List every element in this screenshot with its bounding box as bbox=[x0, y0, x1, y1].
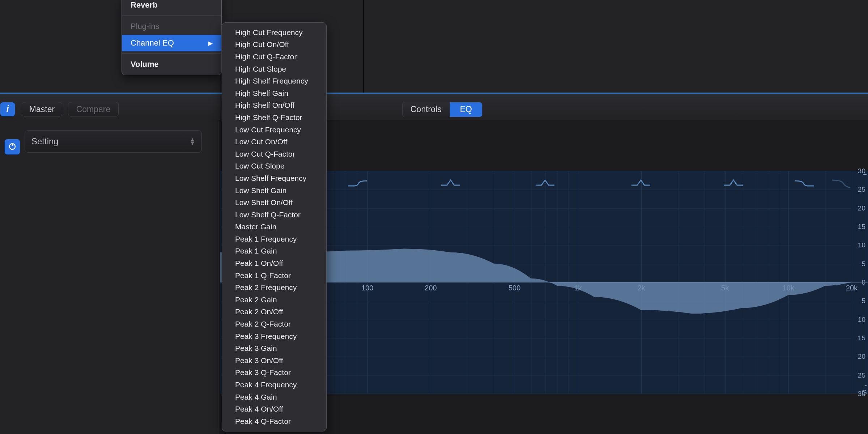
peak-band-icon[interactable] bbox=[723, 178, 744, 190]
submenu-item[interactable]: Peak 2 Gain bbox=[222, 294, 326, 306]
tab-eq[interactable]: EQ bbox=[450, 102, 482, 117]
db-tick-label: 15 bbox=[858, 223, 865, 231]
db-tick-label: 10 bbox=[858, 316, 865, 324]
gridline-vertical-minor bbox=[358, 171, 358, 393]
submenu-item[interactable]: Peak 1 Q-Factor bbox=[222, 269, 326, 282]
submenu-item[interactable]: High Shelf Frequency bbox=[222, 75, 326, 87]
gridline-vertical-minor bbox=[568, 171, 569, 393]
power-icon bbox=[8, 142, 17, 152]
submenu-item[interactable]: Peak 4 Q-Factor bbox=[222, 415, 326, 427]
compare-button[interactable]: Compare bbox=[68, 102, 119, 116]
inspector-panel bbox=[0, 120, 219, 434]
peak-band-icon[interactable] bbox=[440, 178, 461, 190]
db-scale-mark: + bbox=[863, 171, 867, 179]
stepper-arrows-icon: ▲▼ bbox=[190, 138, 195, 145]
db-tick-label: 20 bbox=[858, 353, 865, 361]
submenu-item[interactable]: Peak 4 On/Off bbox=[222, 403, 326, 415]
gridline-vertical bbox=[431, 171, 431, 393]
preset-select[interactable]: Setting ▲▼ bbox=[25, 130, 202, 153]
menu-item-label: Channel EQ bbox=[131, 38, 174, 48]
submenu-item[interactable]: High Cut Frequency bbox=[222, 26, 326, 39]
automation-menu[interactable]: ReverbPlug-insChannel EQ▶Volume bbox=[122, 0, 222, 75]
freq-tick-label: 20k bbox=[846, 284, 858, 292]
highcut-band-icon[interactable] bbox=[831, 178, 852, 190]
gridline-vertical bbox=[852, 171, 852, 393]
db-tick-label: 25 bbox=[858, 186, 865, 193]
db-tick-label: 20 bbox=[858, 204, 865, 212]
submenu-item[interactable]: Low Cut Q-Factor bbox=[222, 148, 326, 160]
submenu-item[interactable]: Peak 3 On/Off bbox=[222, 354, 326, 367]
submenu-item[interactable]: Low Shelf Frequency bbox=[222, 172, 326, 184]
menu-item[interactable]: Channel EQ▶ bbox=[122, 35, 221, 51]
menu-item: Plug-ins bbox=[122, 18, 221, 35]
freq-tick-label: 200 bbox=[425, 284, 437, 292]
gridline-vertical-minor bbox=[494, 171, 494, 393]
panel-divider bbox=[363, 0, 364, 93]
gridline-vertical-minor bbox=[825, 171, 826, 393]
submenu-item[interactable]: High Shelf On/Off bbox=[222, 99, 326, 112]
db-tick-label: 15 bbox=[858, 334, 865, 342]
submenu-item[interactable]: Low Shelf On/Off bbox=[222, 196, 326, 209]
gridline-vertical-minor bbox=[531, 171, 532, 393]
gridline-vertical-minor bbox=[756, 171, 756, 393]
submenu-item[interactable]: Peak 2 On/Off bbox=[222, 306, 326, 318]
master-button[interactable]: Master bbox=[22, 102, 62, 116]
submenu-item[interactable]: High Cut Q-Factor bbox=[222, 51, 326, 63]
freq-tick-label: 2k bbox=[637, 284, 645, 292]
submenu-item[interactable]: Peak 3 Gain bbox=[222, 342, 326, 354]
menu-item[interactable]: Reverb bbox=[122, 0, 221, 13]
gridline-vertical bbox=[578, 171, 578, 393]
info-button[interactable]: i bbox=[0, 102, 15, 116]
gridline-vertical-minor bbox=[678, 171, 678, 393]
submenu-item[interactable]: Peak 3 Frequency bbox=[222, 330, 326, 342]
db-tick-label: 5 bbox=[861, 260, 865, 268]
menu-item[interactable]: Volume bbox=[122, 56, 221, 73]
menu-item-label: Volume bbox=[131, 60, 159, 69]
submenu-item[interactable]: High Shelf Gain bbox=[222, 87, 326, 99]
submenu-item[interactable]: High Cut Slope bbox=[222, 63, 326, 75]
submenu-item[interactable]: Peak 4 Gain bbox=[222, 391, 326, 403]
submenu-item[interactable]: Peak 4 Frequency bbox=[222, 379, 326, 391]
freq-tick-label: 5k bbox=[721, 284, 729, 292]
view-mode-segmented[interactable]: Controls EQ bbox=[402, 102, 482, 117]
submenu-item[interactable]: Peak 3 Q-Factor bbox=[222, 367, 326, 379]
highshelf-band-icon[interactable] bbox=[794, 178, 816, 190]
tab-controls[interactable]: Controls bbox=[403, 102, 450, 117]
submenu-arrow-icon: ▶ bbox=[208, 40, 213, 47]
submenu-item[interactable]: High Cut On/Off bbox=[222, 39, 326, 51]
submenu-item[interactable]: Peak 1 Frequency bbox=[222, 233, 326, 245]
db-tick-label: 0 bbox=[861, 278, 865, 286]
submenu-item[interactable]: Low Cut Frequency bbox=[222, 124, 326, 136]
submenu-item[interactable]: Low Cut Slope bbox=[222, 160, 326, 173]
submenu-item[interactable]: Low Shelf Q-Factor bbox=[222, 209, 326, 221]
gridline-vertical-minor bbox=[779, 171, 779, 393]
power-button[interactable] bbox=[4, 139, 20, 155]
submenu-item[interactable]: Peak 2 Frequency bbox=[222, 281, 326, 294]
gridline-vertical-minor bbox=[545, 171, 546, 393]
gridline-vertical bbox=[641, 171, 642, 393]
menu-separator bbox=[122, 16, 221, 16]
freq-tick-label: 500 bbox=[509, 284, 520, 292]
channel-eq-submenu[interactable]: High Cut FrequencyHigh Cut On/OffHigh Cu… bbox=[222, 22, 327, 431]
db-tick-label: 25 bbox=[858, 371, 865, 379]
db-scale-mark: G bbox=[861, 388, 867, 396]
freq-tick-label: 1k bbox=[574, 284, 582, 292]
submenu-item[interactable]: Peak 1 On/Off bbox=[222, 257, 326, 269]
peak-band-icon[interactable] bbox=[534, 178, 556, 190]
menu-item-label: Reverb bbox=[131, 0, 158, 10]
submenu-item[interactable]: Low Cut On/Off bbox=[222, 136, 326, 148]
submenu-item[interactable]: Master Gain bbox=[222, 221, 326, 233]
menu-separator bbox=[122, 54, 221, 54]
submenu-item[interactable]: Low Shelf Gain bbox=[222, 184, 326, 197]
db-scale-mark: - bbox=[865, 381, 867, 389]
db-tick-label: 10 bbox=[858, 241, 865, 249]
submenu-item[interactable]: High Shelf Q-Factor bbox=[222, 111, 326, 124]
submenu-item[interactable]: Peak 1 Gain bbox=[222, 245, 326, 258]
peak-band-icon[interactable] bbox=[630, 178, 652, 190]
submenu-item[interactable]: Peak 2 Q-Factor bbox=[222, 318, 326, 330]
gridline-vertical-minor bbox=[557, 171, 558, 393]
db-tick-label: 5 bbox=[861, 297, 865, 305]
lowshelf-band-icon[interactable] bbox=[346, 178, 368, 190]
gridline-vertical bbox=[515, 171, 515, 393]
gridline-vertical bbox=[788, 171, 789, 393]
